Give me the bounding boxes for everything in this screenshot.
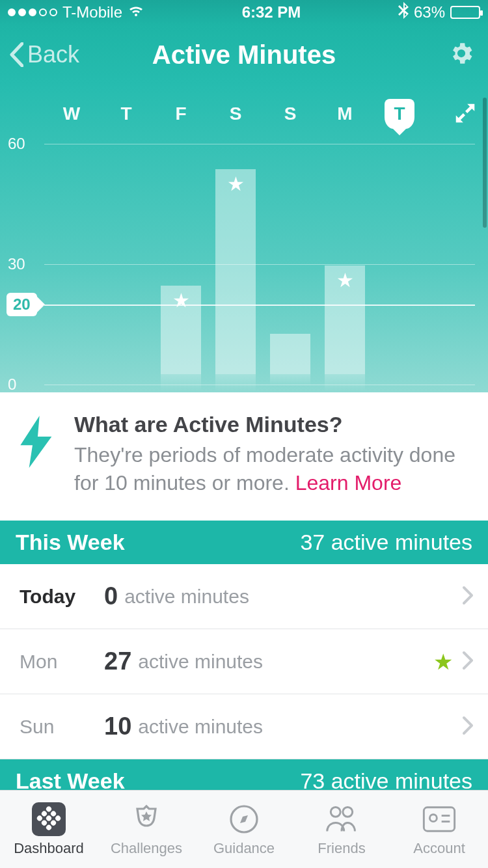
tab-dashboard[interactable]: Dashboard — [0, 791, 98, 868]
tab-bar: DashboardChallengesGuidanceFriendsAccoun… — [0, 790, 488, 868]
tab-label: Friends — [318, 840, 365, 857]
chevron-right-icon — [462, 586, 474, 608]
star-icon: ★ — [336, 271, 354, 290]
bolt-icon — [17, 416, 59, 497]
tab-challenges[interactable]: Challenges — [98, 791, 195, 868]
chart-ytick: 60 — [8, 135, 25, 153]
chart-ytick: 30 — [8, 255, 25, 273]
active-minutes-chart[interactable]: WTFSSMT ★★★ 0306020 — [0, 84, 488, 392]
chevron-right-icon — [462, 716, 474, 738]
history-row[interactable]: Today0active minutes — [0, 564, 488, 629]
chevron-left-icon — [9, 42, 23, 67]
row-unit: active minutes — [138, 651, 433, 673]
challenges-icon — [129, 802, 163, 836]
chart-bar[interactable]: ★ — [215, 169, 256, 374]
info-body: They're periods of moderate activity don… — [74, 441, 471, 497]
chart-day-label[interactable]: F — [154, 103, 208, 124]
chart-day-label[interactable]: S — [208, 103, 263, 124]
goal-marker: 20 — [7, 293, 37, 316]
chevron-right-icon — [462, 651, 474, 673]
chart-day-label[interactable]: T — [99, 103, 154, 124]
scroll-indicator[interactable] — [483, 98, 487, 228]
battery-pct: 63% — [414, 3, 445, 21]
back-label: Back — [27, 41, 79, 68]
friends-icon — [325, 802, 359, 836]
dashboard-icon — [32, 802, 66, 836]
clock: 6:32 PM — [242, 3, 301, 21]
expand-icon — [453, 101, 478, 126]
row-day: Today — [20, 586, 104, 608]
chart-day-axis: WTFSSMT — [0, 84, 488, 131]
row-day: Mon — [20, 651, 104, 673]
tab-label: Guidance — [213, 840, 275, 857]
gear-icon — [448, 40, 475, 67]
chart-day-label[interactable]: W — [44, 103, 99, 124]
chart-bar[interactable]: ★ — [325, 265, 365, 374]
row-unit: active minutes — [124, 586, 462, 608]
bluetooth-icon — [398, 2, 409, 23]
nav-header: Back Active Minutes — [0, 25, 488, 85]
carrier-label: T-Mobile — [62, 3, 122, 21]
row-unit: active minutes — [138, 716, 462, 738]
page-title: Active Minutes — [152, 40, 336, 70]
info-title: What are Active Minutes? — [74, 412, 471, 437]
signal-dots-icon — [8, 8, 57, 16]
guidance-icon — [227, 802, 261, 836]
chart-day-label[interactable]: T — [372, 99, 427, 129]
row-value: 27 — [104, 647, 131, 675]
tab-label: Account — [413, 840, 465, 857]
tab-label: Dashboard — [14, 840, 84, 857]
learn-more-link[interactable]: Learn More — [295, 471, 402, 495]
section-header: This Week37 active minutes — [0, 521, 488, 564]
row-value: 10 — [104, 712, 131, 740]
history-row[interactable]: Sun10active minutes — [0, 694, 488, 759]
chart-bar[interactable] — [270, 334, 310, 374]
chart-day-label[interactable]: M — [318, 103, 372, 124]
chart-day-label[interactable]: S — [263, 103, 318, 124]
account-icon — [422, 802, 456, 836]
star-icon: ★ — [172, 291, 190, 310]
tab-friends[interactable]: Friends — [293, 791, 390, 868]
battery-icon — [450, 6, 480, 19]
chart-bar[interactable]: ★ — [161, 286, 201, 374]
tab-guidance[interactable]: Guidance — [195, 791, 293, 868]
back-button[interactable]: Back — [9, 41, 79, 68]
section-summary: 37 active minutes — [300, 530, 472, 555]
chart-ytick: 0 — [8, 375, 16, 394]
wifi-icon — [128, 3, 144, 21]
section-label: This Week — [16, 530, 125, 555]
tab-label: Challenges — [111, 840, 182, 857]
settings-button[interactable] — [448, 40, 475, 70]
star-icon: ★ — [227, 174, 245, 194]
status-bar: T-Mobile 6:32 PM 63% — [0, 0, 488, 25]
chart-plot-area: ★★★ 0306020 — [0, 144, 488, 392]
expand-chart-button[interactable] — [453, 101, 478, 128]
row-day: Sun — [20, 716, 104, 738]
svg-rect-1 — [424, 807, 454, 830]
star-icon: ★ — [433, 649, 453, 675]
tab-account[interactable]: Account — [390, 791, 488, 868]
info-card: What are Active Minutes? They're periods… — [0, 392, 488, 521]
history-row[interactable]: Mon27active minutes★ — [0, 629, 488, 694]
svg-point-2 — [429, 814, 437, 821]
row-value: 0 — [104, 582, 118, 610]
